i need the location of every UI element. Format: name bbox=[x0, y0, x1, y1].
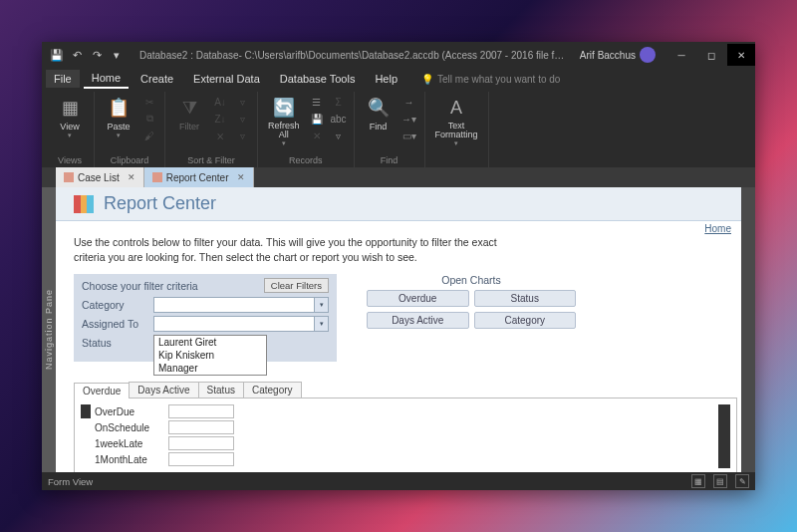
chart-status-button[interactable]: Status bbox=[474, 290, 577, 307]
content-area: Navigation Pane Report Center Home Use t… bbox=[42, 187, 755, 472]
menu-help[interactable]: Help bbox=[367, 70, 405, 88]
monthlate-value-input[interactable] bbox=[168, 452, 234, 466]
more-records-icon[interactable]: ▿ bbox=[330, 128, 348, 143]
instructions-text: Use the controls below to filter your da… bbox=[74, 235, 512, 264]
chart-overdue-button[interactable]: Overdue bbox=[367, 290, 469, 307]
status-label: Status bbox=[82, 337, 153, 349]
chart-days-active-button[interactable]: Days Active bbox=[367, 312, 469, 329]
lightbulb-icon: 💡 bbox=[421, 74, 433, 85]
overdue-table: OverDue OnSchedule 1weekLate bbox=[74, 399, 737, 472]
clear-filters-button[interactable]: Clear Filters bbox=[264, 278, 329, 293]
redo-icon[interactable]: ↷ bbox=[90, 48, 104, 62]
subtab-days-active[interactable]: Days Active bbox=[129, 382, 198, 398]
remove-sort-icon[interactable]: ⨯ bbox=[211, 128, 229, 143]
filter-icon: ⧩ bbox=[177, 96, 201, 120]
filter-button[interactable]: ⧩ Filter bbox=[171, 94, 207, 133]
document-tabstrip: Case List ✕ Report Center ✕ bbox=[42, 167, 755, 187]
tab-case-list[interactable]: Case List ✕ bbox=[56, 167, 144, 187]
dropdown-option[interactable]: Manager bbox=[154, 362, 266, 375]
chevron-down-icon: ▾ bbox=[117, 132, 121, 139]
delete-record-icon[interactable]: ✕ bbox=[308, 128, 326, 143]
totals-icon[interactable]: Σ bbox=[330, 94, 348, 110]
selection-filter-icon[interactable]: ▿ bbox=[233, 94, 251, 110]
sort-asc-icon[interactable]: A↓ bbox=[211, 94, 229, 110]
toggle-filter-icon[interactable]: ▿ bbox=[233, 128, 251, 143]
navigation-pane-collapsed[interactable]: Navigation Pane bbox=[42, 187, 56, 472]
ribbon-group-records: 🔄 Refresh All ▾ ☰ 💾 ✕ Σ abc ▿ Records bbox=[258, 92, 355, 167]
titlebar: 💾 ↶ ↷ ▾ Database2 : Database- C:\Users\a… bbox=[42, 42, 755, 68]
overdue-value-input[interactable] bbox=[168, 404, 234, 418]
new-record-icon[interactable]: ☰ bbox=[308, 94, 326, 110]
onschedule-value-input[interactable] bbox=[168, 420, 234, 434]
weeklate-value-input[interactable] bbox=[168, 436, 234, 450]
table-row: OverDue bbox=[81, 404, 718, 418]
menu-database-tools[interactable]: Database Tools bbox=[272, 70, 364, 88]
user-chip[interactable]: Arif Bacchus bbox=[574, 45, 662, 65]
form-view-icon[interactable]: ▦ bbox=[691, 474, 705, 488]
chart-category-button[interactable]: Category bbox=[474, 312, 577, 329]
qat-customize-icon[interactable]: ▾ bbox=[110, 48, 124, 62]
dropdown-option[interactable]: Kip Kniskern bbox=[154, 349, 266, 362]
replace-icon[interactable]: → bbox=[400, 94, 418, 110]
menu-home[interactable]: Home bbox=[84, 69, 129, 89]
vertical-scrollbar[interactable] bbox=[718, 404, 730, 468]
subtab-category[interactable]: Category bbox=[243, 382, 302, 398]
filter-criteria-box: Choose your filter criteria Clear Filter… bbox=[74, 274, 337, 362]
maximize-button[interactable]: ◻ bbox=[697, 44, 725, 66]
advanced-filter-icon[interactable]: ▿ bbox=[233, 111, 251, 127]
refresh-icon: 🔄 bbox=[272, 96, 296, 120]
goto-icon[interactable]: →▾ bbox=[400, 111, 418, 127]
vertical-scrollbar[interactable] bbox=[741, 187, 755, 472]
assigned-to-dropdown[interactable]: ▾ bbox=[153, 316, 329, 332]
undo-icon[interactable]: ↶ bbox=[70, 48, 84, 62]
copy-icon[interactable]: ⧉ bbox=[140, 111, 158, 127]
minimize-button[interactable]: ─ bbox=[667, 44, 695, 66]
menubar: File Home Create External Data Database … bbox=[42, 68, 755, 90]
table-row: 1weekLate bbox=[81, 436, 718, 450]
subtab-status[interactable]: Status bbox=[198, 382, 244, 398]
layout-view-icon[interactable]: ✎ bbox=[735, 474, 749, 488]
form-header: Report Center bbox=[56, 187, 755, 221]
row-selector-icon[interactable] bbox=[81, 404, 91, 418]
menu-create[interactable]: Create bbox=[133, 70, 181, 88]
chevron-down-icon: ▾ bbox=[314, 298, 328, 312]
format-painter-icon[interactable]: 🖌 bbox=[140, 128, 158, 143]
tab-report-center[interactable]: Report Center ✕ bbox=[144, 167, 254, 187]
view-button[interactable]: ▦ View ▾ bbox=[52, 94, 88, 141]
sort-desc-icon[interactable]: Z↓ bbox=[211, 111, 229, 127]
tell-me-search[interactable]: 💡 Tell me what you want to do bbox=[421, 74, 560, 85]
dropdown-option[interactable]: Laurent Giret bbox=[154, 336, 266, 349]
close-tab-icon[interactable]: ✕ bbox=[237, 172, 245, 182]
datasheet-view-icon[interactable]: ▤ bbox=[713, 474, 727, 488]
paste-button[interactable]: 📋 Paste ▾ bbox=[101, 94, 136, 141]
menu-file[interactable]: File bbox=[46, 70, 80, 88]
assigned-to-dropdown-list: Laurent Giret Kip Kniskern Manager bbox=[153, 335, 267, 376]
cut-icon[interactable]: ✂ bbox=[140, 94, 158, 110]
table-row: 1MonthLate bbox=[81, 452, 718, 466]
save-icon[interactable]: 💾 bbox=[50, 48, 64, 62]
avatar-icon bbox=[640, 47, 656, 63]
close-tab-icon[interactable]: ✕ bbox=[128, 172, 135, 182]
tell-me-placeholder: Tell me what you want to do bbox=[437, 74, 560, 85]
status-view-mode: Form View bbox=[48, 476, 93, 487]
chevron-down-icon: ▾ bbox=[454, 139, 458, 147]
select-icon[interactable]: ▭▾ bbox=[400, 128, 418, 143]
assigned-to-label: Assigned To bbox=[82, 318, 153, 330]
close-button[interactable]: ✕ bbox=[727, 44, 755, 66]
ribbon: ▦ View ▾ Views 📋 Paste ▾ ✂ ⧉ 🖌 bbox=[42, 90, 755, 167]
text-formatting-button[interactable]: A Text Formatting ▾ bbox=[431, 94, 482, 149]
spelling-icon[interactable]: abc bbox=[330, 111, 348, 127]
statusbar: Form View ▦ ▤ ✎ bbox=[42, 472, 755, 490]
search-icon: 🔍 bbox=[367, 96, 391, 120]
ribbon-group-text-formatting: A Text Formatting ▾ bbox=[425, 92, 489, 167]
window-title: Database2 : Database- C:\Users\arifb\Doc… bbox=[124, 50, 574, 61]
table-row: OnSchedule bbox=[81, 420, 718, 434]
category-dropdown[interactable]: ▾ bbox=[153, 297, 329, 313]
save-record-icon[interactable]: 💾 bbox=[308, 111, 326, 127]
ribbon-group-clipboard: 📋 Paste ▾ ✂ ⧉ 🖌 Clipboard bbox=[95, 92, 165, 167]
menu-external-data[interactable]: External Data bbox=[185, 70, 268, 88]
report-subtabs: Overdue Days Active Status Category bbox=[74, 382, 737, 399]
subtab-overdue[interactable]: Overdue bbox=[74, 383, 130, 399]
find-button[interactable]: 🔍 Find bbox=[361, 94, 397, 133]
refresh-all-button[interactable]: 🔄 Refresh All ▾ bbox=[264, 94, 304, 149]
